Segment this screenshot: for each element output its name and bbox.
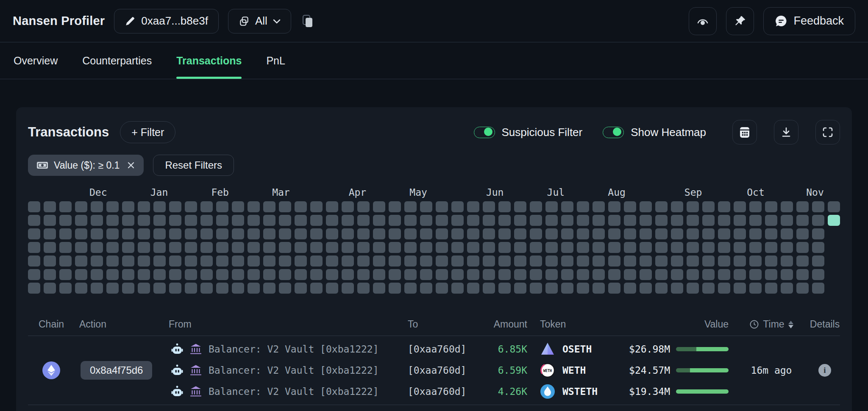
heatmap-cell[interactable] [373,269,385,280]
heatmap-cell[interactable] [122,255,134,267]
heatmap-cell[interactable] [389,201,401,212]
heatmap-cell[interactable] [263,201,275,212]
heatmap-cell[interactable] [624,283,636,294]
heatmap-cell[interactable] [404,242,417,253]
heatmap-cell[interactable] [577,215,589,226]
heatmap-cell[interactable] [420,215,432,226]
heatmap-cell[interactable] [200,242,213,253]
heatmap-cell[interactable] [514,255,526,267]
heatmap-cell[interactable] [577,269,589,280]
reset-filters-button[interactable]: Reset Filters [153,155,234,176]
heatmap-cell[interactable] [153,228,166,239]
heatmap-cell[interactable] [577,242,589,253]
heatmap-cell[interactable] [404,283,417,294]
heatmap-cell[interactable] [185,255,197,267]
heatmap-cell[interactable] [781,283,793,294]
heatmap-cell[interactable] [498,201,511,212]
to-address[interactable]: [0xaa760d] [408,386,466,397]
heatmap-cell[interactable] [687,242,699,253]
heatmap-cell[interactable] [812,283,824,294]
heatmap-cell[interactable] [232,242,244,253]
heatmap-cell[interactable] [373,255,385,267]
heatmap-cell[interactable] [561,283,573,294]
heatmap-cell[interactable] [577,228,589,239]
heatmap-cell[interactable] [342,215,354,226]
heatmap-cell[interactable] [749,215,762,226]
heatmap-cell[interactable] [122,269,134,280]
heatmap-cell[interactable] [593,283,605,294]
ethereum-chain-icon[interactable] [42,361,60,379]
heatmap-cell[interactable] [91,228,103,239]
heatmap-cell[interactable] [561,228,573,239]
heatmap-cell[interactable] [153,242,166,253]
heatmap-cell[interactable] [357,283,370,294]
heatmap-cell[interactable] [514,242,526,253]
heatmap-cell[interactable] [765,228,777,239]
heatmap-cell[interactable] [640,269,652,280]
heatmap-cell[interactable] [671,255,683,267]
heatmap-cell[interactable] [687,269,699,280]
heatmap-cell[interactable] [106,242,119,253]
heatmap-cell[interactable] [185,215,197,226]
heatmap-cell[interactable] [593,215,605,226]
heatmap-cell[interactable] [467,201,479,212]
heatmap-cell[interactable] [451,201,464,212]
col-header-time[interactable]: Time [733,319,810,330]
heatmap-cell[interactable] [655,242,668,253]
heatmap-cell[interactable] [28,228,40,239]
heatmap-cell[interactable] [44,255,56,267]
heatmap-cell[interactable] [389,215,401,226]
heatmap-cell[interactable] [530,215,542,226]
heatmap-cell[interactable] [436,215,448,226]
heatmap-cell[interactable] [310,215,323,226]
heatmap-cell[interactable] [185,283,197,294]
heatmap-cell[interactable] [749,228,762,239]
heatmap-cell[interactable] [232,283,244,294]
heatmap-cell[interactable] [185,228,197,239]
heatmap-cell[interactable] [248,269,260,280]
heatmap-cell[interactable] [263,228,275,239]
heatmap-cell[interactable] [702,228,715,239]
heatmap-cell[interactable] [295,215,307,226]
heatmap-cell[interactable] [169,242,181,253]
heatmap-cell[interactable] [640,242,652,253]
from-address[interactable]: Balancer: V2 Vault [0xba1222] [209,344,379,355]
heatmap-cell[interactable] [216,269,228,280]
heatmap-cell[interactable] [702,242,715,253]
heatmap-cell[interactable] [498,215,511,226]
heatmap-cell[interactable] [671,215,683,226]
heatmap-cell[interactable] [812,215,824,226]
heatmap-cell[interactable] [232,255,244,267]
heatmap-cell[interactable] [593,228,605,239]
date-range-button[interactable] [732,120,757,144]
copy-address-icon[interactable] [301,14,314,28]
heatmap-cell[interactable] [608,215,620,226]
heatmap-cell[interactable] [326,255,338,267]
heatmap-cell[interactable] [451,242,464,253]
heatmap-cell[interactable] [796,283,809,294]
heatmap-cell[interactable] [106,228,119,239]
fullscreen-button[interactable] [815,120,840,144]
heatmap-cell[interactable] [483,242,495,253]
heatmap-cell[interactable] [545,269,558,280]
heatmap-cell[interactable] [295,283,307,294]
watch-address-button[interactable] [689,7,717,35]
heatmap-cell[interactable] [216,242,228,253]
heatmap-cell[interactable] [122,242,134,253]
feedback-button[interactable]: Feedback [763,7,855,35]
heatmap-cell[interactable] [734,269,746,280]
heatmap-cell[interactable] [310,242,323,253]
tab-overview[interactable]: Overview [14,42,58,79]
heatmap-cell[interactable] [404,269,417,280]
heatmap-cell[interactable] [483,201,495,212]
heatmap-cell[interactable] [655,228,668,239]
heatmap-cell[interactable] [765,201,777,212]
heatmap-cell[interactable] [671,228,683,239]
heatmap-cell[interactable] [671,201,683,212]
heatmap-cell[interactable] [59,228,72,239]
heatmap-cell[interactable] [75,242,87,253]
heatmap-cell[interactable] [404,201,417,212]
heatmap-cell[interactable] [91,283,103,294]
to-address[interactable]: [0xaa760d] [408,344,466,355]
heatmap-cell[interactable] [326,269,338,280]
